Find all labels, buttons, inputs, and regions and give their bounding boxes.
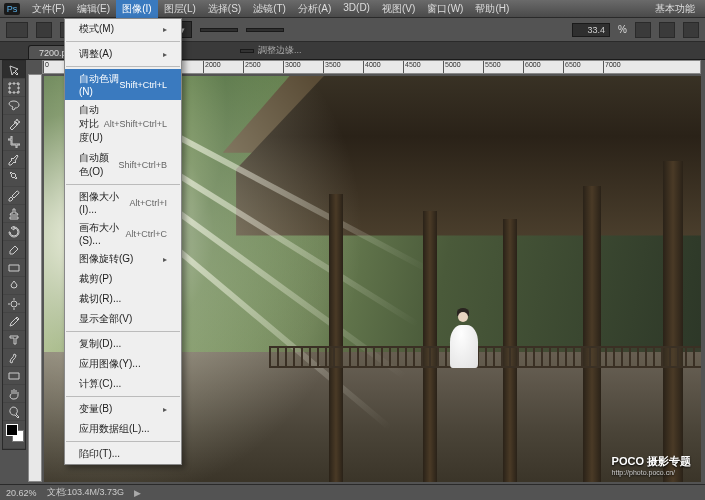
marquee-icon xyxy=(8,82,20,94)
foreground-color[interactable] xyxy=(6,424,18,436)
lasso-tool[interactable] xyxy=(3,97,25,115)
status-bar: 20.62% 文档:103.4M/3.73G ▶ xyxy=(0,484,705,500)
menu-dropdown-item[interactable]: 复制(D)... xyxy=(65,334,181,354)
lasso-icon xyxy=(8,100,20,112)
eraser-icon xyxy=(8,244,20,256)
menu-dropdown-item[interactable]: 变量(B) xyxy=(65,399,181,419)
eraser-tool[interactable] xyxy=(3,241,25,259)
move-icon xyxy=(8,64,20,76)
gradient-tool[interactable] xyxy=(3,259,25,277)
zoom-tool[interactable] xyxy=(3,403,25,421)
status-docinfo[interactable]: 文档:103.4M/3.73G xyxy=(47,486,125,499)
menu-item[interactable]: 文件(F) xyxy=(26,0,71,18)
app-logo: Ps xyxy=(4,3,20,15)
blur-tool[interactable] xyxy=(3,277,25,295)
color-swatches[interactable] xyxy=(3,421,25,449)
opt-icon-r1[interactable] xyxy=(635,22,651,38)
hand-tool[interactable] xyxy=(3,385,25,403)
gradient-icon xyxy=(8,262,20,274)
menu-dropdown-item[interactable]: 图像大小(I)...Alt+Ctrl+I xyxy=(65,187,181,218)
image-menu-dropdown: 模式(M)调整(A)自动色调(N)Shift+Ctrl+L自动对比度(U)Alt… xyxy=(64,18,182,465)
dodge-tool[interactable] xyxy=(3,295,25,313)
refine-edge-field[interactable] xyxy=(240,49,254,53)
move-tool[interactable] xyxy=(3,61,25,79)
eyedrop-icon xyxy=(8,154,20,166)
menu-dropdown-item[interactable]: 调整(A) xyxy=(65,44,181,64)
opt-icon-r2[interactable] xyxy=(659,22,675,38)
menu-dropdown-item[interactable]: 应用图像(Y)... xyxy=(65,354,181,374)
shape-icon xyxy=(8,370,20,382)
menu-dropdown-item[interactable]: 自动色调(N)Shift+Ctrl+L xyxy=(65,69,181,100)
path-tool[interactable] xyxy=(3,349,25,367)
stamp-tool[interactable] xyxy=(3,205,25,223)
menu-dropdown-item[interactable]: 显示全部(V) xyxy=(65,309,181,329)
menu-item[interactable]: 选择(S) xyxy=(202,0,247,18)
crop-tool[interactable] xyxy=(3,133,25,151)
menu-dropdown-item[interactable]: 陷印(T)... xyxy=(65,444,181,464)
brush-tool[interactable] xyxy=(3,187,25,205)
blur-icon xyxy=(8,280,20,292)
menu-item[interactable]: 帮助(H) xyxy=(469,0,515,18)
heal-icon xyxy=(8,172,20,184)
history-tool[interactable] xyxy=(3,223,25,241)
menu-bar: Ps 文件(F)编辑(E)图像(I)图层(L)选择(S)滤镜(T)分析(A)3D… xyxy=(0,0,705,18)
menu-dropdown-item[interactable]: 计算(C)... xyxy=(65,374,181,394)
width-input[interactable] xyxy=(200,28,238,32)
zoom-unit: % xyxy=(618,24,627,35)
hand-icon xyxy=(8,388,20,400)
menu-item[interactable]: 窗口(W) xyxy=(421,0,469,18)
menu-item[interactable]: 视图(V) xyxy=(376,0,421,18)
type-icon xyxy=(8,334,20,346)
heal-tool[interactable] xyxy=(3,169,25,187)
menu-dropdown-item[interactable]: 应用数据组(L)... xyxy=(65,419,181,439)
pen-icon xyxy=(8,316,20,328)
zoom-input[interactable]: 33.4 xyxy=(572,23,610,37)
menu-dropdown-item[interactable]: 模式(M) xyxy=(65,19,181,39)
status-zoom[interactable]: 20.62% xyxy=(6,488,37,498)
path-icon xyxy=(8,352,20,364)
status-arrow-icon[interactable]: ▶ xyxy=(134,488,141,498)
menu-item[interactable]: 3D(D) xyxy=(337,0,376,18)
menu-item[interactable]: 滤镜(T) xyxy=(247,0,292,18)
crop-icon xyxy=(8,136,20,148)
menu-item[interactable]: 图层(L) xyxy=(158,0,202,18)
opt-icon-1[interactable] xyxy=(36,22,52,38)
watermark: POCO 摄影专题 http://photo.poco.cn/ xyxy=(612,454,691,476)
brush-icon xyxy=(8,190,20,202)
height-input[interactable] xyxy=(246,28,284,32)
menu-dropdown-item[interactable]: 自动对比度(U)Alt+Shift+Ctrl+L xyxy=(65,100,181,148)
pen-tool[interactable] xyxy=(3,313,25,331)
menu-item[interactable]: 图像(I) xyxy=(116,0,157,18)
tool-preset-icon[interactable] xyxy=(6,22,28,38)
wand-tool[interactable] xyxy=(3,115,25,133)
marquee-tool[interactable] xyxy=(3,79,25,97)
workspace-switcher[interactable]: 基本功能 xyxy=(649,2,701,16)
refine-edge-label: 調整边缘... xyxy=(258,44,302,57)
menu-item[interactable]: 编辑(E) xyxy=(71,0,116,18)
stamp-icon xyxy=(8,208,20,220)
eyedrop-tool[interactable] xyxy=(3,151,25,169)
tool-palette xyxy=(2,60,26,450)
menu-dropdown-item[interactable]: 自动颜色(O)Shift+Ctrl+B xyxy=(65,148,181,182)
opt-icon-r3[interactable] xyxy=(683,22,699,38)
menu-dropdown-item[interactable]: 画布大小(S)...Alt+Ctrl+C xyxy=(65,218,181,249)
wand-icon xyxy=(8,118,20,130)
menu-dropdown-item[interactable]: 裁切(R)... xyxy=(65,289,181,309)
dodge-icon xyxy=(8,298,20,310)
menu-dropdown-item[interactable]: 裁剪(P) xyxy=(65,269,181,289)
type-tool[interactable] xyxy=(3,331,25,349)
shape-tool[interactable] xyxy=(3,367,25,385)
menu-item[interactable]: 分析(A) xyxy=(292,0,337,18)
vertical-ruler[interactable] xyxy=(28,74,42,482)
menu-dropdown-item[interactable]: 图像旋转(G) xyxy=(65,249,181,269)
zoom-icon xyxy=(8,406,20,418)
history-icon xyxy=(8,226,20,238)
